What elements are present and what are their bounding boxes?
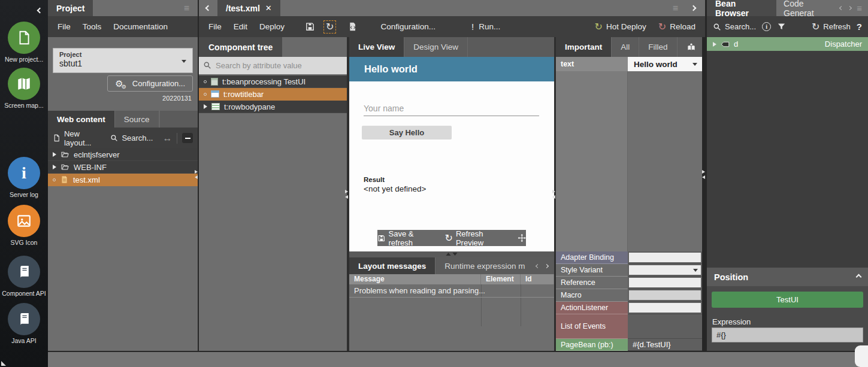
configuration-menu[interactable]: Configuration... xyxy=(380,22,435,31)
hot-deploy-button[interactable]: ↻ Hot Deploy xyxy=(595,22,646,32)
sidebar-item-java-api[interactable]: Java API xyxy=(0,303,48,344)
docs-icon[interactable] xyxy=(686,43,696,51)
tab-scroll-right-icon[interactable] xyxy=(545,263,549,268)
tab-all[interactable]: All xyxy=(612,37,639,57)
tree-row-rowtitlebar[interactable]: t:rowtitlebar xyxy=(199,88,347,101)
help-icon[interactable]: ? xyxy=(857,22,862,32)
search-button[interactable]: Search... xyxy=(110,134,153,142)
splitter-collapse-handle[interactable] xyxy=(195,170,198,179)
testui-button[interactable]: TestUI xyxy=(712,292,863,308)
menu-tools[interactable]: Tools xyxy=(83,22,102,31)
menu-documentation[interactable]: Documentation xyxy=(113,22,168,31)
position-section-header[interactable]: Position xyxy=(707,268,868,286)
tab-runtime-expressions[interactable]: Runtime expression m xyxy=(435,257,536,274)
configuration-button[interactable]: ⚙⚙ Configuration... xyxy=(107,75,193,92)
tab-filled[interactable]: Filled xyxy=(639,37,677,57)
text-value-dropdown[interactable]: Hello world xyxy=(628,57,702,71)
list-of-events-value[interactable] xyxy=(628,314,702,339)
tab-code-generator[interactable]: Code Generat xyxy=(776,0,840,16)
sidebar-item-new-project[interactable]: New project... xyxy=(0,22,48,63)
refresh-preview-button[interactable]: ↻ Refresh Preview xyxy=(445,229,511,247)
run-button[interactable]: ! Run... xyxy=(471,22,500,32)
bean-refresh-button[interactable]: ↻ Refresh xyxy=(812,22,851,32)
menu-file[interactable]: File xyxy=(58,22,71,31)
tab-source[interactable]: Source xyxy=(115,111,159,128)
bean-tag-icon xyxy=(721,41,730,48)
column-element[interactable]: Element xyxy=(481,274,521,284)
your-name-input[interactable] xyxy=(364,101,539,116)
splitter-handle-icon[interactable] xyxy=(446,253,458,256)
splitter-collapse-handle[interactable] xyxy=(702,170,705,179)
splitter-collapse-handle[interactable] xyxy=(345,190,348,199)
save-refresh-button[interactable]: Save & refresh xyxy=(377,229,438,247)
search-input[interactable] xyxy=(199,57,347,74)
tree-row-rowbodypane[interactable]: t:rowbodypane xyxy=(199,101,347,113)
move-icon[interactable] xyxy=(518,233,527,242)
sidebar-item-component-api[interactable]: Component API xyxy=(0,256,48,297)
status-footer xyxy=(48,352,868,367)
view-source-button[interactable] xyxy=(348,22,358,32)
macro-input[interactable] xyxy=(629,290,701,300)
collapse-up-icon[interactable] xyxy=(856,274,862,280)
bean-row-dispatcher[interactable]: d Dispatcher xyxy=(707,37,868,51)
sidebar-item-svg-icon[interactable]: SVG Icon xyxy=(0,205,48,246)
search-icon xyxy=(110,134,118,142)
tree-row-eclntjsfserver[interactable]: eclntjsfserver xyxy=(48,148,198,161)
tab-scroll-left-icon[interactable] xyxy=(536,263,540,268)
tab-layout-messages[interactable]: Layout messages xyxy=(349,257,435,274)
chevron-right-icon[interactable] xyxy=(691,5,697,11)
bean-search-button[interactable]: Search... xyxy=(713,22,756,31)
expand-arrow-icon[interactable] xyxy=(53,165,56,169)
style-variant-dropdown[interactable] xyxy=(629,265,701,275)
sidebar-item-label: New project... xyxy=(0,56,48,63)
tab-important[interactable]: Important xyxy=(556,37,612,57)
sidebar-item-server-log[interactable]: i Server log xyxy=(0,157,48,198)
pagebean-value[interactable]: #{d.TestUI} xyxy=(628,340,671,349)
actionlistener-input[interactable] xyxy=(629,303,701,313)
expand-arrow-icon[interactable] xyxy=(713,42,716,47)
tree-row-beanprocessing[interactable]: t:beanprocessing TestUI xyxy=(199,75,347,88)
expression-input[interactable] xyxy=(712,327,863,342)
back-button[interactable] xyxy=(199,0,217,16)
sidebar-collapse-button[interactable] xyxy=(38,4,42,15)
expand-arrow-icon[interactable] xyxy=(204,104,207,109)
say-hello-button[interactable]: Say Hello xyxy=(362,126,452,139)
new-layout-button[interactable]: New layout... xyxy=(53,129,105,147)
tab-project[interactable]: Project xyxy=(48,0,93,16)
expand-horizontal-icon[interactable]: ↔ xyxy=(162,133,172,144)
tree-row-test-xml[interactable]: test.xml xyxy=(48,174,198,186)
panel-menu-icon[interactable]: ≡ xyxy=(673,3,678,14)
splitter-collapse-handle[interactable] xyxy=(552,190,555,199)
info-icon[interactable]: i xyxy=(762,22,771,31)
tab-web-content[interactable]: Web content xyxy=(48,111,115,128)
tab-scroll-right-icon[interactable] xyxy=(848,6,852,10)
tab-bean-browser[interactable]: Bean Browser xyxy=(707,0,776,16)
reference-input[interactable] xyxy=(629,278,701,287)
resize-grip[interactable] xyxy=(1,361,6,366)
project-select[interactable]: Project sbtut1 xyxy=(53,48,193,73)
panel-menu-icon[interactable]: ≡ xyxy=(184,3,189,14)
expand-arrow-icon[interactable] xyxy=(53,152,56,157)
tab-scroll-left-icon[interactable] xyxy=(839,6,843,10)
sidebar-item-screen-map[interactable]: Screen map... xyxy=(0,68,48,109)
save-button[interactable] xyxy=(305,22,315,32)
tree-row-web-inf[interactable]: WEB-INF xyxy=(48,161,198,174)
corner-popup-edge[interactable] xyxy=(855,345,868,367)
menu-file[interactable]: File xyxy=(208,22,222,31)
panel-menu-icon[interactable]: ≡ xyxy=(857,3,862,13)
refresh-button[interactable]: ↻ xyxy=(323,20,336,34)
column-id[interactable]: Id xyxy=(521,274,554,284)
adapter-binding-input[interactable] xyxy=(629,253,701,262)
menu-edit[interactable]: Edit xyxy=(234,22,247,31)
horizontal-splitter[interactable] xyxy=(349,251,554,257)
tab-test-xml[interactable]: /test.xml ✕ xyxy=(217,0,280,16)
filter-icon[interactable] xyxy=(777,22,786,31)
tab-live-view[interactable]: Live View xyxy=(349,37,404,57)
menu-deploy[interactable]: Deploy xyxy=(259,22,285,31)
collapse-all-button[interactable] xyxy=(182,133,193,143)
close-icon[interactable]: ✕ xyxy=(265,4,272,13)
column-message[interactable]: Message xyxy=(349,274,481,284)
reload-button[interactable]: ↻ Reload xyxy=(658,22,695,32)
message-row[interactable]: Problems when reading and parsing... xyxy=(349,284,554,298)
tab-design-view[interactable]: Design View xyxy=(404,37,468,57)
